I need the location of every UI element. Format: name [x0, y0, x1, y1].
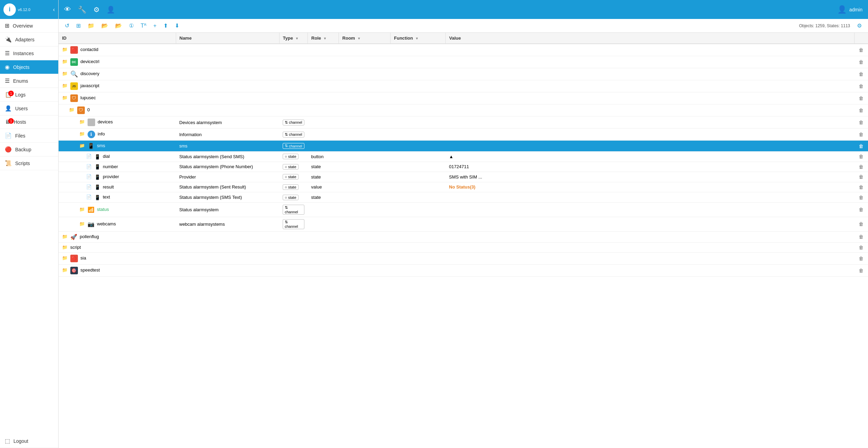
app-version: v6.12.0 — [16, 8, 53, 12]
table-row[interactable]: 📁 devices Devices alarmsystem ⇅ channel — [59, 116, 868, 129]
delete-button[interactable]: 🗑 — [859, 83, 864, 89]
row-function — [391, 172, 446, 182]
sidebar-item-enums[interactable]: ☰ Enums — [0, 74, 58, 88]
row-type — [279, 80, 308, 92]
text-size-button[interactable]: Tᴿ — [139, 21, 149, 30]
table-row[interactable]: 📁 📱 sms sms ⇅ channel 🗑 — [59, 141, 868, 152]
table-row[interactable]: 📁 JS javascript 🗑 — [59, 80, 868, 92]
folder-icon: 📁 — [79, 131, 85, 136]
table-row[interactable]: 📄 📱 dial Status alarmsystem (Send SMS) ○… — [59, 152, 868, 162]
sidebar-item-files[interactable]: 📄 Files — [0, 129, 58, 143]
row-room — [339, 217, 391, 231]
row-type — [279, 242, 308, 252]
row-name: Provider — [176, 172, 279, 182]
col-type-label: Type — [283, 35, 293, 41]
wrench-icon[interactable]: 🔧 — [78, 6, 87, 14]
delete-button[interactable]: 🗑 — [859, 221, 864, 227]
row-role: state — [308, 192, 339, 203]
col-header-id[interactable]: ID — [59, 33, 176, 44]
view-open-folder-button[interactable]: 📂 — [99, 21, 110, 30]
table-settings-button[interactable]: ⚙ — [855, 21, 864, 30]
col-header-function[interactable]: Function ▼ — [391, 33, 446, 44]
sidebar-item-objects[interactable]: ◉ Objects — [0, 60, 58, 74]
row-name — [176, 92, 279, 104]
table-row[interactable]: 📄 📱 provider Provider ○ state state SMS … — [59, 172, 868, 182]
sidebar-item-logout[interactable]: ⬚ Logout — [0, 434, 58, 448]
sidebar-item-scripts[interactable]: 📜 Scripts — [0, 156, 58, 170]
table-row[interactable]: 📁 🔍 discovery 🗑 — [59, 68, 868, 80]
row-room — [339, 104, 391, 116]
table-row[interactable]: 📁 🛡 0 🗑 — [59, 104, 868, 116]
folder-icon: 📁 — [79, 221, 85, 226]
table-row[interactable]: 📄 📱 result Status alarmsystem (Sent Resu… — [59, 182, 868, 192]
row-function — [391, 231, 446, 242]
table-row[interactable]: 📁 🚀 pollenflug 🗑 — [59, 231, 868, 242]
add-button[interactable]: + — [151, 21, 159, 30]
folder-icon: 📁 — [62, 245, 68, 250]
row-function — [391, 182, 446, 192]
col-header-room[interactable]: Room ▼ — [339, 33, 391, 44]
table-row[interactable]: 📁 🛡 lupusec 🗑 — [59, 92, 868, 104]
collapse-sidebar-button[interactable]: ‹ — [53, 7, 55, 13]
col-room-label: Room — [342, 35, 355, 41]
sidebar-item-overview[interactable]: ⊞ Overview — [0, 19, 58, 33]
table-row[interactable]: 📁 📶 status Status alarmsystem ⇅ channel … — [59, 202, 868, 217]
eye-icon[interactable]: 👁 — [64, 6, 71, 14]
view-folder-button[interactable]: 📁 — [85, 21, 97, 30]
logs-badge: 1 — [8, 91, 14, 96]
row-function — [391, 44, 446, 56]
refresh-button[interactable]: ↺ — [63, 21, 71, 30]
row-room — [339, 252, 391, 264]
delete-button[interactable]: 🗑 — [859, 132, 864, 137]
row-role — [308, 80, 339, 92]
delete-button[interactable]: 🗑 — [859, 184, 864, 190]
delete-button[interactable]: 🗑 — [859, 143, 864, 149]
delete-button[interactable]: 🗑 — [859, 71, 864, 77]
table-row[interactable]: 📁 🔴 contactid 🗑 — [59, 44, 868, 56]
view-blue-folder-button[interactable]: 📂 — [113, 21, 124, 30]
sidebar-item-hosts[interactable]: 1 🖥 Hosts — [0, 115, 58, 129]
delete-button[interactable]: 🗑 — [859, 154, 864, 159]
delete-button[interactable]: 🗑 — [859, 195, 864, 200]
table-row[interactable]: 📁 🔴 sia 🗑 — [59, 252, 868, 264]
delete-button[interactable]: 🗑 — [859, 95, 864, 101]
col-header-type[interactable]: Type ▼ — [279, 33, 308, 44]
sidebar-item-adapters[interactable]: 🔌 Adapters — [0, 33, 58, 47]
type-badge: ⇅ channel — [283, 132, 304, 138]
table-row[interactable]: 📁 ℹ info Information ⇅ channel 🗑 — [59, 129, 868, 141]
sidebar-item-backup[interactable]: 🔴 Backup — [0, 143, 58, 156]
delete-button[interactable]: 🗑 — [859, 245, 864, 250]
col-header-role[interactable]: Role ▼ — [308, 33, 339, 44]
person-icon[interactable]: 👤 — [107, 6, 115, 14]
delete-button[interactable]: 🗑 — [859, 256, 864, 261]
download-button[interactable]: ⬇ — [173, 21, 181, 30]
sidebar-item-logs[interactable]: 1 📋 Logs — [0, 88, 58, 102]
delete-button[interactable]: 🗑 — [859, 47, 864, 53]
col-header-value[interactable]: Value — [446, 33, 854, 44]
delete-button[interactable]: 🗑 — [859, 120, 864, 125]
table-row[interactable]: 📄 📱 text Status alarmsystem (SMS Text) ○… — [59, 192, 868, 203]
table-row[interactable]: 📁 📷 webcams webcam alarmsystems ⇅ channe… — [59, 217, 868, 231]
table-row[interactable]: 📁 script 🗑 — [59, 242, 868, 252]
upload-button[interactable]: ⬆ — [161, 21, 170, 30]
gear-icon[interactable]: ⚙ — [93, 6, 100, 14]
view-number-button[interactable]: ① — [127, 21, 136, 30]
sidebar-item-users[interactable]: 👤 Users — [0, 102, 58, 115]
delete-button[interactable]: 🗑 — [859, 268, 864, 273]
col-header-delete — [854, 33, 868, 44]
sidebar-item-instances[interactable]: ☰ Instances — [0, 47, 58, 60]
row-id-text: text — [103, 194, 110, 200]
delete-button[interactable]: 🗑 — [859, 164, 864, 170]
delete-button[interactable]: 🗑 — [859, 234, 864, 240]
row-icon: 📱 — [94, 164, 100, 170]
delete-button[interactable]: 🗑 — [859, 108, 864, 113]
view-columns-button[interactable]: ⊞ — [74, 21, 83, 30]
delete-button[interactable]: 🗑 — [859, 59, 864, 65]
delete-button[interactable]: 🗑 — [859, 174, 864, 180]
row-value — [446, 217, 854, 231]
table-row[interactable]: 📁 DC devicectrl 🗑 — [59, 56, 868, 68]
table-row[interactable]: 📄 📱 number Status alarmsystem (Phone Num… — [59, 162, 868, 172]
table-row[interactable]: 📁 🎯 speedtest 🗑 — [59, 264, 868, 276]
delete-button[interactable]: 🗑 — [859, 207, 864, 212]
col-header-name[interactable]: Name — [176, 33, 279, 44]
